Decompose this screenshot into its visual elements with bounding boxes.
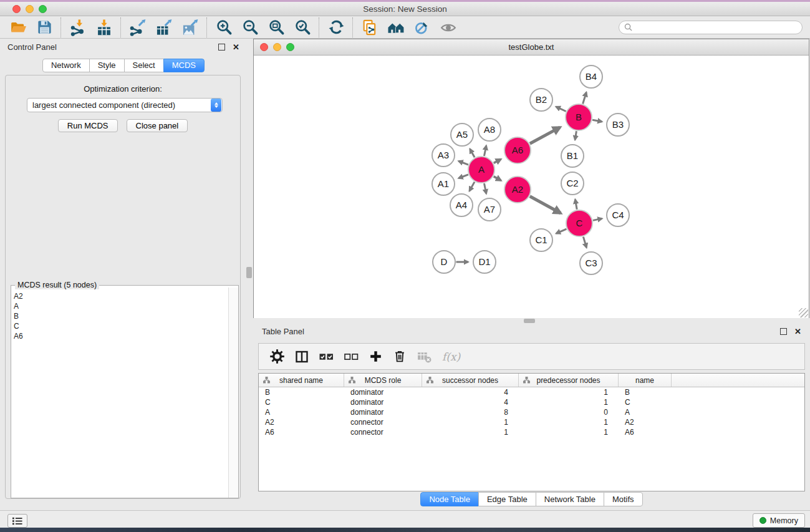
graph-node-C2[interactable]: C2 xyxy=(561,172,584,195)
graph-edge-C-C3[interactable] xyxy=(583,237,586,248)
graph-node-A4[interactable]: A4 xyxy=(450,194,473,216)
mcds-result-item[interactable]: A2 xyxy=(11,291,229,301)
memory-button[interactable]: Memory xyxy=(753,513,805,528)
horizontal-split-handle[interactable] xyxy=(524,319,535,323)
graph-node-C[interactable]: C xyxy=(566,210,592,236)
mcds-result-list[interactable]: A2ABCA6 xyxy=(11,288,229,498)
tab-motifs[interactable]: Motifs xyxy=(604,492,643,506)
delete-table-button[interactable] xyxy=(417,350,432,364)
eye-button[interactable] xyxy=(435,17,461,37)
graph-node-C1[interactable]: C1 xyxy=(530,229,552,251)
zoom-fit-button[interactable] xyxy=(263,17,289,37)
search-input[interactable] xyxy=(635,22,797,32)
graph-edge-A-A5[interactable] xyxy=(470,149,475,157)
column-header-shared-name[interactable]: shared name xyxy=(259,374,344,387)
graph-node-A[interactable]: A xyxy=(468,157,494,183)
tab-mcds[interactable]: MCDS xyxy=(163,59,205,72)
duplicate-network-button[interactable] xyxy=(357,17,383,37)
close-panel-button[interactable]: Close panel xyxy=(127,119,188,132)
tab-network-table[interactable]: Network Table xyxy=(536,492,604,506)
graph-node-A8[interactable]: A8 xyxy=(478,118,501,141)
graph-node-B2[interactable]: B2 xyxy=(530,89,552,111)
column-header-predecessor-nodes[interactable]: predecessor nodes xyxy=(519,374,619,387)
mcds-result-item[interactable]: C xyxy=(11,321,229,331)
table-float-panel-icon[interactable] xyxy=(780,328,787,335)
graph-node-D[interactable]: D xyxy=(433,251,455,273)
deselect-all-button[interactable] xyxy=(344,352,359,362)
run-mcds-button[interactable]: Run MCDS xyxy=(58,119,118,132)
graph-node-B1[interactable]: B1 xyxy=(561,145,584,167)
vertical-split-handle[interactable] xyxy=(246,267,252,278)
select-all-button[interactable] xyxy=(319,352,334,362)
table-row[interactable]: A2connector11A2 xyxy=(259,417,804,427)
column-header-MCDS-role[interactable]: MCDS role xyxy=(344,374,422,387)
mcds-result-item[interactable]: A6 xyxy=(11,331,229,341)
tab-network[interactable]: Network xyxy=(42,59,90,72)
search-box[interactable] xyxy=(619,21,803,34)
graph-node-B4[interactable]: B4 xyxy=(580,65,602,88)
graph-edge-B-B1[interactable] xyxy=(575,131,576,140)
add-button[interactable] xyxy=(369,350,382,363)
graph-edge-C-C2[interactable] xyxy=(575,200,577,210)
graph-node-C4[interactable]: C4 xyxy=(607,204,629,226)
graph-edge-B-B4[interactable] xyxy=(583,92,587,104)
graph-node-A5[interactable]: A5 xyxy=(451,123,473,146)
zoom-selected-button[interactable] xyxy=(289,17,316,37)
import-network-button[interactable] xyxy=(65,17,91,37)
panel-list-button[interactable] xyxy=(7,514,27,528)
graph-edge-A-A7[interactable] xyxy=(484,183,486,193)
mcds-result-item[interactable]: A xyxy=(11,301,229,311)
table-close-panel-icon[interactable]: ✕ xyxy=(794,327,801,336)
houses-button[interactable] xyxy=(383,17,409,37)
graph-edge-C-C4[interactable] xyxy=(593,218,602,220)
graph-node-A1[interactable]: A1 xyxy=(432,173,455,195)
column-header-name[interactable]: name xyxy=(619,374,672,387)
settings-button[interactable] xyxy=(270,349,284,364)
graph-node-A2[interactable]: A2 xyxy=(504,177,531,203)
close-panel-icon[interactable]: ✕ xyxy=(233,43,239,51)
tab-style[interactable]: Style xyxy=(89,59,125,72)
graph-edge-A-A2[interactable] xyxy=(494,177,501,180)
function-button[interactable]: f(x) xyxy=(442,351,460,363)
graph-node-D1[interactable]: D1 xyxy=(473,251,496,273)
network-window-titlebar[interactable]: testGlobe.txt xyxy=(254,39,809,56)
columns-button[interactable] xyxy=(295,350,309,364)
import-table-button[interactable] xyxy=(91,17,117,37)
graph-edge-B-B2[interactable] xyxy=(556,107,566,111)
delete-button[interactable] xyxy=(393,349,407,364)
float-panel-icon[interactable] xyxy=(218,44,225,51)
table-row[interactable]: Cdominator41C xyxy=(259,397,804,407)
graph-node-A7[interactable]: A7 xyxy=(478,198,501,221)
hide-labels-button[interactable] xyxy=(409,17,435,37)
export-table-button[interactable] xyxy=(151,17,177,37)
graph-edge-A-A1[interactable] xyxy=(459,175,468,178)
graph-node-B[interactable]: B xyxy=(566,104,592,130)
window-titlebar[interactable]: Session: New Session xyxy=(0,2,810,16)
table-row[interactable]: Adominator80A xyxy=(259,407,804,417)
graph-node-C3[interactable]: C3 xyxy=(580,252,602,274)
graph-edge-A-A8[interactable] xyxy=(484,146,486,156)
export-network-button[interactable] xyxy=(125,17,151,37)
network-canvas[interactable]: B4B2BB3A8A5A6A3B1AC2A1A2A4A7C4CC1DD1C3 xyxy=(254,56,809,318)
graph-node-B3[interactable]: B3 xyxy=(607,114,629,136)
graph-edge-A6-B[interactable] xyxy=(530,127,560,143)
zoom-in-button[interactable] xyxy=(211,17,237,37)
zoom-out-button[interactable] xyxy=(237,17,263,37)
column-header-successor-nodes[interactable]: successor nodes xyxy=(422,374,519,387)
open-file-button[interactable] xyxy=(5,17,31,37)
graph-edge-A-A6[interactable] xyxy=(494,159,501,163)
criterion-select[interactable]: largest connected component (directed) xyxy=(27,98,223,112)
mcds-result-item[interactable]: B xyxy=(11,311,229,321)
mcds-result-scrollbar[interactable] xyxy=(228,288,238,498)
graph-edge-A-A3[interactable] xyxy=(459,161,468,165)
tab-node-table[interactable]: Node Table xyxy=(420,492,479,506)
graph-edge-B-B3[interactable] xyxy=(592,120,602,122)
export-image-button[interactable] xyxy=(177,17,203,37)
table-row[interactable]: A6connector11A6 xyxy=(259,427,804,437)
graph-edge-A2-C[interactable] xyxy=(530,196,561,213)
graph-edge-C-C1[interactable] xyxy=(556,229,566,233)
tab-edge-table[interactable]: Edge Table xyxy=(478,492,536,506)
resize-grip[interactable] xyxy=(799,308,808,317)
graph-edge-A-A4[interactable] xyxy=(470,182,475,191)
table-row[interactable]: Bdominator41B xyxy=(259,387,804,397)
